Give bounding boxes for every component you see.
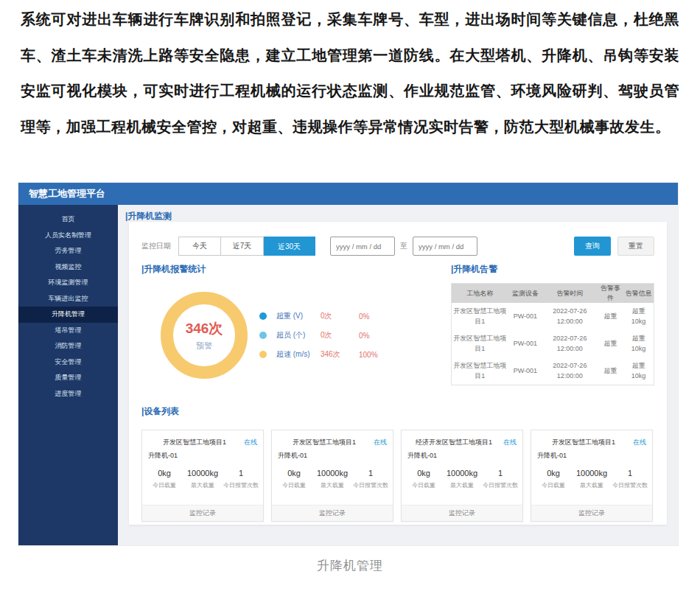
stat-today-load: 0kg 今日载重 [534,469,573,489]
stat-alarm-count: 1 今日报警次数 [222,469,260,489]
sidebar-item-safety[interactable]: 安全管理 [18,354,118,371]
stat-label: 今日载重 [145,481,183,489]
column-site-name: 工地名称 [452,284,508,304]
stat-today-load: 0kg 今日载重 [275,469,313,489]
alerts-table-header: 工地名称 监测设备 告警时间 告警事件 告警信息 [452,284,654,304]
device-card: 经济开发区智慧工地项目1 在线 升降机-01 0kg 今日载重 100 [401,430,523,522]
legend-label: 超重 (V) [276,311,321,321]
online-status-badge[interactable]: 在线 [503,438,517,447]
monitor-record-button[interactable]: 监控记录 [402,505,522,521]
legend-label: 超员 (个) [276,330,321,340]
alarm-legend: 超重 (V) 0次 0% 超员 (个) 0次 0% [259,307,378,364]
stat-label: 最大载重 [443,481,481,489]
overweight-dot-icon [259,312,267,320]
legend-percent: 0% [359,332,369,340]
stat-alarm-count: 1 今日报警次数 [351,469,390,489]
legend-count: 346次 [321,349,359,360]
stat-value: 1 [351,469,390,478]
column-alert-info: 告警信息 [623,284,654,304]
stat-value: 10000kg [443,469,481,478]
sidebar-item-tower-crane[interactable]: 塔吊管理 [18,323,118,339]
card-site-name: 经济开发区智慧工地项目1 [407,438,500,447]
legend-percent: 100% [359,351,378,359]
stat-value: 0kg [405,469,443,478]
card-device-name: 升降机-01 [278,451,393,461]
legend-count: 0次 [321,330,359,340]
donut-total-label: 预警 [196,340,212,352]
sidebar-item-labor[interactable]: 劳务管理 [18,243,118,259]
device-card: 开发区智慧工地项目1 在线 升降机-01 0kg 今日载重 10000 [271,430,393,522]
alerts-table: 工地名称 监测设备 告警时间 告警事件 告警信息 开发区智慧工地项目1 [451,283,654,385]
date-range-to-label: 至 [400,241,407,251]
cell-site: 开发区智慧工地项目1 [452,330,508,357]
online-status-badge[interactable]: 在线 [633,438,646,447]
sidebar: 首页 人员实名制管理 劳务管理 视频监控 环境监测管理 车辆进出监控 升降机管理… [18,205,118,545]
sidebar-item-environment[interactable]: 环境监测管理 [18,275,118,291]
quick-date-7days-button[interactable]: 近7天 [221,237,264,256]
sidebar-item-video[interactable]: 视频监控 [18,259,118,276]
main-content: |升降机监测 监控日期 今天 近7天 近30天 至 查询 重置 [118,205,678,545]
stat-today-load: 0kg 今日载重 [405,469,443,489]
stat-alarm-count: 1 今日报警次数 [611,469,649,489]
stat-value: 0kg [145,469,183,478]
stat-label: 最大载重 [573,481,611,489]
quick-date-today-button[interactable]: 今天 [178,237,221,256]
stat-value: 0kg [275,469,313,478]
filter-bar: 监控日期 今天 近7天 近30天 至 查询 重置 [141,237,654,256]
stat-label: 今日报警次数 [611,481,649,489]
table-row: 开发区智慧工地项目1 PW-001 2022-07-26 12:00:00 超重… [452,357,654,385]
online-status-badge[interactable]: 在线 [244,438,257,447]
cell-event: 超重 [598,357,624,385]
query-button[interactable]: 查询 [574,237,611,256]
dashboard-body: 首页 人员实名制管理 劳务管理 视频监控 环境监测管理 车辆进出监控 升降机管理… [18,205,678,545]
legend-row-overweight: 超重 (V) 0次 0% [259,307,378,326]
stat-label: 今日报警次数 [351,481,390,489]
sidebar-item-elevator[interactable]: 升降机管理 [18,307,118,323]
start-date-input[interactable] [330,237,395,256]
card-site-name: 开发区智慧工地项目1 [278,438,371,447]
end-date-input[interactable] [413,237,477,256]
monitor-record-button[interactable]: 监控记录 [142,505,263,521]
sidebar-item-fire[interactable]: 消防管理 [18,338,118,354]
quick-date-30days-button[interactable]: 近30天 [264,237,315,256]
app-header: 智慧工地管理平台 [18,183,678,205]
alarm-stats-body: 346次 预警 超重 (V) 0次 0% [141,292,436,379]
device-list-title: |设备列表 [141,405,654,418]
legend-percent: 0% [359,312,369,321]
overspeed-dot-icon [259,351,267,358]
stat-value: 10000kg [573,469,611,478]
sidebar-item-quality[interactable]: 质量管理 [18,370,118,386]
page-title: |升降机监测 [125,210,678,223]
cell-device: PW-001 [508,303,543,330]
alarm-donut-chart: 346次 预警 [161,292,248,379]
device-cards: 开发区智慧工地项目1 在线 升降机-01 0kg 今日载重 10000 [141,430,654,522]
legend-row-overspeed: 超速 (m/s) 346次 100% [259,345,378,364]
cell-site: 开发区智慧工地项目1 [452,303,508,330]
reset-button[interactable]: 重置 [617,237,654,256]
cell-device: PW-001 [508,357,543,385]
table-row: 开发区智慧工地项目1 PW-001 2022-07-26 12:00:00 超重… [452,330,654,357]
app-title: 智慧工地管理平台 [29,188,105,199]
column-alert-time: 告警时间 [542,284,597,304]
stat-value: 0kg [534,469,573,478]
sidebar-item-vehicle[interactable]: 车辆进出监控 [18,291,118,307]
card-device-name: 升降机-01 [407,451,522,461]
overcrowd-dot-icon [259,332,267,339]
sidebar-item-progress[interactable]: 进度管理 [18,386,118,402]
device-card: 开发区智慧工地项目1 在线 升降机-01 0kg 今日载重 10000 [141,430,264,522]
card-device-name: 升降机-01 [537,451,652,461]
stat-value: 10000kg [313,469,351,478]
sidebar-item-home[interactable]: 首页 [18,211,118,228]
device-list-section: |设备列表 开发区智慧工地项目1 在线 升降机-01 0kg [141,405,654,522]
stat-label: 今日载重 [534,481,573,489]
stat-alarm-count: 1 今日报警次数 [481,469,519,489]
monitor-record-button[interactable]: 监控记录 [531,505,652,521]
online-status-badge[interactable]: 在线 [374,438,387,447]
stat-max-load: 10000kg 最大载重 [573,469,611,489]
stat-today-load: 0kg 今日载重 [145,469,183,489]
stat-max-load: 10000kg 最大载重 [313,469,351,489]
alerts-title: |升降机告警 [451,263,654,276]
sidebar-item-personnel[interactable]: 人员实名制管理 [18,228,118,244]
cell-time: 2022-07-26 12:00:00 [542,330,597,357]
monitor-record-button[interactable]: 监控记录 [272,505,393,521]
